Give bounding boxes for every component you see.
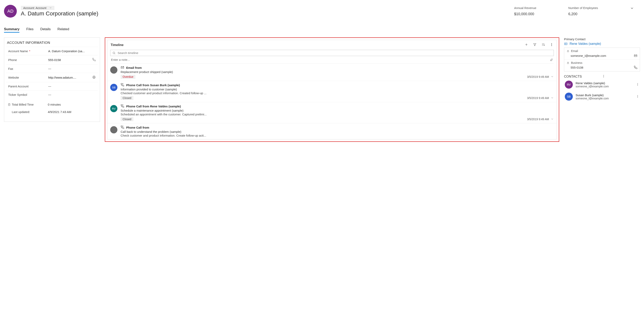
search-icon bbox=[112, 52, 116, 54]
contact-avatar: SB bbox=[565, 92, 573, 100]
activity-description: Checked customer and product information… bbox=[120, 92, 554, 95]
chevron-down-icon[interactable] bbox=[550, 75, 554, 79]
header-stats: Annual Revenue $10,000.000 Number of Emp… bbox=[514, 6, 640, 16]
page-header: AD Account: Account A. Datum Corporation… bbox=[4, 5, 640, 18]
svg-point-10 bbox=[604, 75, 604, 76]
stat-label-employees: Number of Employees bbox=[568, 6, 598, 10]
activity-subject: Information provided to customer (sample… bbox=[120, 88, 554, 91]
tab-details[interactable]: Details bbox=[40, 27, 50, 32]
timeline-note-entry[interactable]: Enter a note... bbox=[110, 56, 554, 64]
contact-name: Susan Burk (sample) bbox=[576, 94, 633, 97]
svg-point-12 bbox=[604, 77, 604, 78]
pc-email-row[interactable]: someone_i@example.com bbox=[564, 52, 640, 60]
mail-icon bbox=[120, 66, 124, 70]
tab-files[interactable]: Files bbox=[26, 27, 34, 32]
contact-more-button[interactable] bbox=[636, 95, 639, 98]
field-label: Fax bbox=[8, 67, 13, 70]
activity-timestamp: 3/5/2019 9:49 AM bbox=[527, 118, 554, 121]
field-fax[interactable]: Fax --- bbox=[6, 64, 98, 73]
chevron-down-icon[interactable] bbox=[550, 96, 554, 100]
page-title: A. Datum Corporation (sample) bbox=[21, 10, 510, 17]
last-updated-label: Last updated: bbox=[12, 110, 30, 114]
primary-contact-name: Rene Valdes (sample) bbox=[570, 42, 601, 46]
chevron-down-icon bbox=[49, 6, 52, 9]
activity-avatar bbox=[110, 126, 118, 134]
pc-business-row[interactable]: 555-0108 bbox=[564, 64, 640, 71]
primary-contact-title: Primary Contact bbox=[564, 38, 640, 42]
account-info-card: ACCOUNT INFORMATION Account Name * A. Da… bbox=[4, 38, 100, 122]
contact-item[interactable]: RV Rene Valdes (sample) someone_i@exampl… bbox=[564, 78, 640, 90]
field-phone[interactable]: Phone 555-0158 bbox=[6, 55, 98, 64]
field-label: Website bbox=[8, 76, 19, 79]
chevron-down-icon[interactable] bbox=[550, 118, 554, 121]
timeline-item[interactable]: Phone Call from Call back to understand … bbox=[108, 124, 556, 139]
field-parent-account[interactable]: Parent Account --- bbox=[6, 82, 98, 90]
contact-more-button[interactable] bbox=[636, 83, 639, 86]
timeline-item[interactable]: SB Phone Call from Susan Burk (sample) I… bbox=[108, 81, 556, 102]
timeline-card: Timeline Enter a note... E bbox=[107, 40, 557, 140]
timeline-item[interactable]: RV Phone Call from Rene Valdes (sample) … bbox=[108, 102, 556, 124]
primary-contact-link[interactable]: Rene Valdes (sample) bbox=[564, 42, 640, 48]
field-ticker-symbol[interactable]: Ticker Symbol --- bbox=[6, 90, 98, 99]
tab-related[interactable]: Related bbox=[58, 27, 69, 32]
phone-icon bbox=[120, 83, 124, 87]
activity-timestamp: 3/5/2019 9:49 AM bbox=[527, 75, 554, 79]
svg-point-4 bbox=[552, 46, 552, 46]
mail-icon[interactable] bbox=[634, 54, 638, 58]
activity-description: Scheduled an appointment with the custom… bbox=[120, 112, 554, 116]
timeline-filter-button[interactable] bbox=[533, 43, 536, 47]
stat-value-revenue: $10,000.000 bbox=[514, 12, 536, 16]
svg-rect-6 bbox=[564, 43, 567, 45]
billed-time-label: Total Billed Time bbox=[12, 103, 34, 106]
activity-status-badge: Closed bbox=[120, 96, 134, 100]
total-billed-time: Total Billed Time 0 minutes bbox=[4, 101, 100, 108]
activity-subject: Replacement product shipped (sample) bbox=[120, 70, 554, 74]
field-value: http://www.adatum.... bbox=[48, 76, 92, 79]
timeline-search-input[interactable] bbox=[118, 51, 552, 54]
activity-subject: Call back to understand the problem (sam… bbox=[120, 130, 554, 134]
activity-avatar: RV bbox=[110, 105, 118, 112]
stat-label-revenue: Annual Revenue bbox=[514, 6, 536, 10]
account-info-title: ACCOUNT INFORMATION bbox=[4, 38, 100, 47]
entity-type-chip[interactable]: Account: Account bbox=[21, 6, 54, 10]
globe-icon[interactable] bbox=[92, 76, 96, 80]
contacts-more-button[interactable] bbox=[602, 74, 640, 78]
contact-item[interactable]: SB Susan Burk (sample) someone_l@example… bbox=[564, 90, 640, 102]
field-account-name[interactable]: Account Name * A. Datum Corporation (sa.… bbox=[6, 47, 98, 55]
pc-business-value: 555-0108 bbox=[570, 66, 634, 69]
field-website[interactable]: Website http://www.adatum.... bbox=[6, 73, 98, 82]
tab-summary[interactable]: Summary bbox=[4, 27, 20, 32]
pc-business-label: Business bbox=[571, 61, 582, 64]
activity-timestamp: 3/5/2019 9:49 AM bbox=[527, 96, 554, 100]
activity-heading: Phone Call from Susan Burk (sample) bbox=[126, 84, 180, 87]
primary-contact-section: Primary Contact Rene Valdes (sample) Ema… bbox=[564, 38, 640, 72]
svg-point-16 bbox=[638, 95, 638, 96]
svg-point-7 bbox=[565, 44, 566, 44]
svg-point-13 bbox=[638, 83, 638, 84]
timeline-search[interactable] bbox=[110, 50, 554, 56]
last-updated-value: 4/9/2021 7:43 AM bbox=[48, 110, 72, 114]
svg-rect-8 bbox=[568, 51, 569, 52]
phone-icon[interactable] bbox=[634, 66, 638, 69]
header-expand-button[interactable] bbox=[630, 6, 634, 11]
lock-icon bbox=[566, 62, 570, 64]
svg-point-14 bbox=[638, 84, 638, 84]
activity-description: Check customer and product information. … bbox=[120, 134, 554, 137]
timeline-add-button[interactable] bbox=[524, 43, 528, 47]
calculator-icon bbox=[8, 103, 10, 106]
timeline-item[interactable]: Email from Replacement product shipped (… bbox=[108, 64, 556, 81]
svg-rect-9 bbox=[568, 62, 569, 64]
field-label: Phone bbox=[8, 58, 17, 62]
timeline-sort-button[interactable] bbox=[542, 43, 545, 47]
contact-avatar: RV bbox=[565, 80, 573, 88]
phone-icon bbox=[120, 104, 124, 108]
phone-icon[interactable] bbox=[92, 58, 96, 62]
activity-heading: Phone Call from bbox=[126, 126, 149, 129]
svg-point-17 bbox=[638, 96, 638, 96]
svg-point-15 bbox=[638, 85, 638, 86]
timeline-title: Timeline bbox=[110, 43, 524, 47]
attachment-icon[interactable] bbox=[550, 58, 553, 62]
required-indicator: * bbox=[29, 50, 30, 53]
chevron-down-icon bbox=[630, 6, 634, 10]
timeline-more-button[interactable] bbox=[550, 43, 554, 47]
